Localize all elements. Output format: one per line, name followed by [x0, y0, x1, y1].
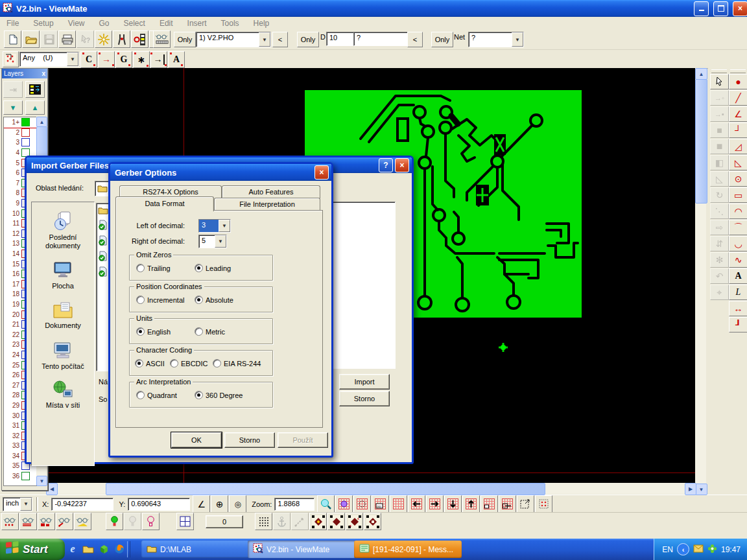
dcode-query-field[interactable]: ? [353, 32, 412, 46]
view-lines-glasses[interactable] [19, 513, 37, 530]
pan-left[interactable] [408, 495, 425, 513]
draw-sine[interactable]: ∿ [729, 252, 747, 268]
vector-move[interactable] [291, 513, 309, 530]
layer-prev-button[interactable]: < [272, 32, 288, 47]
layer-import[interactable]: ⇥ [3, 81, 23, 98]
Edit[interactable]: Edit [160, 19, 173, 28]
radio-absolute[interactable]: Absolute [195, 296, 233, 304]
dcode-grid[interactable]: oo [372, 495, 389, 513]
right-decimal-combo[interactable]: 5 ▼ [198, 235, 227, 248]
film-dcodes[interactable] [131, 30, 148, 48]
step-count-field[interactable]: 0 [206, 515, 243, 528]
pad-pattern-2[interactable] [327, 513, 345, 530]
folder-shortcut[interactable] [82, 542, 95, 556]
tab-auto-features[interactable]: Auto Features [222, 185, 320, 198]
left-decimal-combo[interactable]: 3 ▼ [198, 219, 231, 233]
green-book[interactable] [97, 542, 110, 556]
desktop[interactable]: Plocha [33, 260, 93, 290]
flip-element[interactable]: ◺ [710, 171, 729, 187]
zoom-value-field[interactable]: 1.8868 [274, 498, 314, 511]
Tools[interactable]: Tools [221, 19, 239, 28]
bulb-off[interactable] [142, 513, 160, 530]
select-pointer[interactable] [710, 74, 729, 89]
dot-matrix[interactable] [255, 513, 272, 530]
tab-data-format[interactable]: Data Format [115, 196, 214, 211]
radio-english[interactable]: English [136, 327, 171, 336]
chevron-down-icon[interactable]: ▼ [215, 235, 226, 248]
chevron-down-icon[interactable]: ▼ [219, 220, 230, 232]
edit-toolbar-handle[interactable] [711, 69, 727, 73]
dcode-a[interactable]: A [168, 51, 185, 68]
move-item[interactable]: ⇨ [710, 220, 729, 235]
import-button[interactable]: Import [339, 374, 390, 390]
horizontal-scrollbar[interactable]: ◀ ▶ [46, 483, 695, 494]
layer-down-icon[interactable]: ▼ [3, 100, 23, 115]
corner-tool[interactable]: ┚ [729, 317, 747, 332]
net-query-combo[interactable]: ?▼ [468, 32, 524, 47]
apply-button[interactable]: Použít [278, 432, 328, 448]
redraw-star[interactable] [95, 30, 112, 48]
draw-ellipse-arc[interactable]: ◡ [729, 236, 747, 251]
bulb-dim[interactable] [124, 513, 141, 530]
only-dcode-button[interactable]: Only [297, 32, 319, 47]
clock[interactable]: 19:47 [721, 545, 741, 554]
angle-measure[interactable]: ∠ [193, 495, 210, 513]
pad-pattern-3[interactable]: ss [346, 513, 363, 530]
view-pads-glasses[interactable] [1, 513, 19, 530]
radio-ebcdic[interactable]: EBCDIC [170, 359, 208, 368]
zoom-magnifier[interactable] [317, 495, 335, 513]
ok-button[interactable]: OK [171, 432, 222, 448]
chevron-down-icon[interactable]: ▼ [67, 52, 78, 66]
scroll-right-icon[interactable]: ▶ [685, 483, 696, 495]
import-help-button[interactable]: ? [379, 158, 393, 172]
draw-line[interactable]: ╱ [729, 90, 747, 106]
stretch-item[interactable]: ⇵ [710, 236, 729, 251]
ie-browser[interactable]: e [66, 542, 79, 556]
draw-toolbar-handle[interactable] [730, 69, 746, 73]
measure-glasses[interactable] [153, 30, 171, 48]
layer-combo[interactable]: 1) V2.PHO▼ [196, 32, 271, 47]
Select[interactable]: Select [124, 19, 145, 28]
undo-arc[interactable]: ↶ [710, 268, 729, 284]
highlight-grid[interactable] [335, 495, 353, 513]
draw-open-arc[interactable]: ◿ [729, 139, 747, 154]
explorer-task[interactable]: D:\MLAB [141, 541, 249, 558]
tab-file-interpretation[interactable]: File Interpretation [214, 198, 320, 211]
settings-gear[interactable]: ✻ [710, 252, 729, 268]
bulb-on[interactable] [106, 513, 123, 530]
layers-scroll-up-icon[interactable]: ▲ [36, 117, 47, 127]
draw-arc-left[interactable]: ⌒ [729, 220, 747, 235]
corner-points[interactable]: ⋱ [710, 204, 729, 219]
mirror-element[interactable]: ◧ [710, 155, 729, 170]
View[interactable]: View [68, 19, 85, 28]
dcode-tab[interactable]: → [150, 51, 167, 68]
language-indicator[interactable]: EN [662, 545, 673, 554]
firefox-browser[interactable] [113, 542, 126, 556]
chevron-down-icon[interactable]: ▼ [259, 32, 270, 47]
probe-locate[interactable]: ◎ [229, 495, 246, 513]
layer-order[interactable] [25, 81, 45, 98]
open-file[interactable] [22, 30, 40, 48]
chevron-down-icon[interactable]: ▼ [512, 32, 523, 47]
draw-circle[interactable]: ⊙ [729, 171, 747, 187]
draw-pad[interactable]: ● [729, 74, 747, 89]
only-layer-button[interactable]: Only [174, 32, 196, 47]
layer-row[interactable]: 1+ [4, 117, 36, 128]
rotate-element[interactable]: ↻ [710, 187, 729, 203]
quadrant-window[interactable] [176, 513, 194, 530]
center-target[interactable]: ⊕ [211, 495, 228, 513]
label-tool[interactable]: L [729, 285, 747, 300]
radio-metric[interactable]: Metric [195, 327, 225, 336]
draw-arc-top[interactable]: ◠ [729, 204, 747, 219]
dcode-c[interactable]: C [80, 51, 97, 68]
vertical-scroll-thumb[interactable] [695, 79, 707, 204]
select-points[interactable] [535, 495, 552, 513]
copy-element[interactable]: →▪ [710, 106, 729, 122]
pad-pattern-4[interactable] [364, 513, 381, 530]
scroll-up-icon[interactable]: ▲ [695, 68, 707, 80]
gerber-close-icon[interactable]: × [314, 165, 329, 180]
square-small[interactable]: ■ [710, 122, 729, 138]
close-button[interactable]: × [733, 1, 747, 16]
network-places[interactable]: Místa v síti [33, 380, 93, 410]
view-blocks-glasses[interactable] [38, 513, 55, 530]
